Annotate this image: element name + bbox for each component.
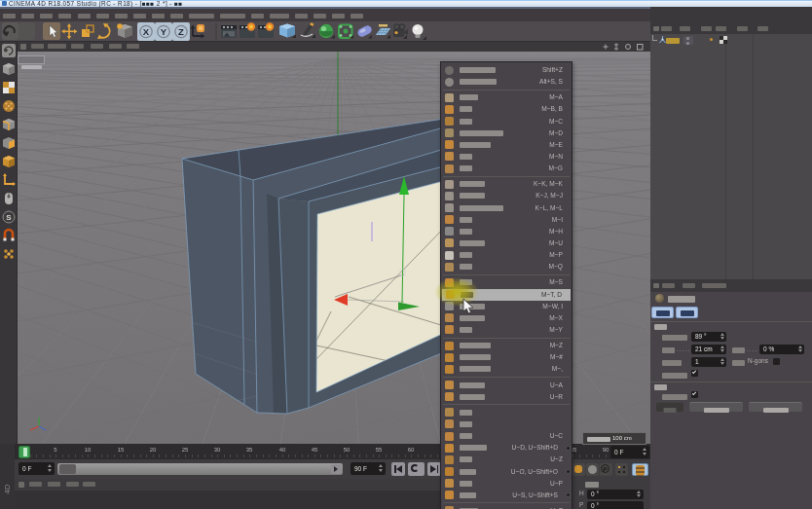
svg-text:S: S [6, 213, 12, 222]
svg-text:X: X [143, 26, 150, 37]
svg-text:Y: Y [161, 26, 167, 37]
svg-text:Z: Z [178, 26, 184, 37]
